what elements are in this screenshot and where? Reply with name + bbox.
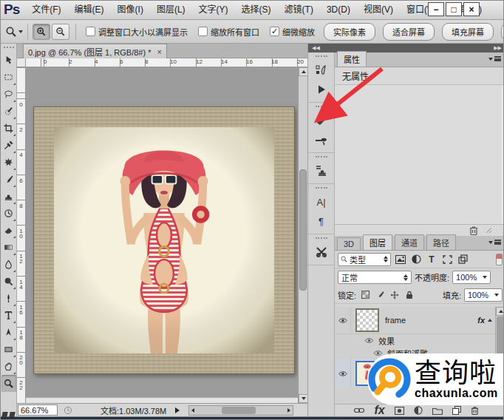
fit-screen-button[interactable]: 适合屏幕 [383, 23, 435, 41]
scrubby-zoom-option[interactable]: ✓ 细微缩放 [270, 26, 315, 38]
lock-all-icon[interactable] [403, 289, 415, 301]
toolbar-clipped-swatches[interactable] [2, 412, 16, 419]
horizontal-scrollbar[interactable] [188, 405, 293, 416]
dock-group-grip[interactable] [316, 106, 327, 109]
history-brush-tool[interactable] [1, 205, 16, 222]
zoom-all-windows-option[interactable]: 缩放所有窗口 [198, 26, 259, 38]
quick-selection-tool[interactable] [1, 103, 16, 120]
new-group-icon[interactable] [432, 405, 443, 416]
layer-filter-toggle[interactable] [496, 254, 503, 265]
close-button[interactable]: × [463, 2, 480, 16]
effects-row[interactable]: 效果 [335, 334, 495, 347]
tab-properties[interactable]: 属性 [337, 51, 367, 67]
fill-screen-button[interactable]: 填充屏幕 [442, 23, 494, 41]
collapse-effects-icon[interactable] [488, 319, 492, 322]
resize-windows-option[interactable]: 调整窗口大小以满屏显示 [86, 26, 188, 38]
type-tool[interactable] [1, 307, 16, 324]
fill-input[interactable]: 100% [464, 288, 503, 302]
character-panel-icon[interactable]: A| [311, 192, 332, 211]
clone-stamp-tool[interactable] [1, 188, 16, 205]
blend-mode-select[interactable]: 正常 [338, 271, 412, 284]
current-tool-zoom[interactable] [5, 26, 23, 38]
menu-view[interactable]: 视图(V) [357, 1, 400, 19]
zoom-all-windows-checkbox[interactable] [198, 27, 208, 36]
scroll-left-arrow[interactable] [191, 408, 194, 413]
layer-row-frame[interactable]: frame fx [335, 307, 495, 334]
resize-grip-icon[interactable] [486, 227, 492, 234]
path-selection-tool[interactable] [1, 324, 16, 341]
resize-windows-checkbox[interactable] [86, 27, 95, 36]
dock-group-grip[interactable] [316, 187, 327, 191]
minimize-button[interactable]: − [428, 2, 444, 16]
add-layer-style-icon[interactable]: fx [374, 405, 384, 416]
filter-type-layers-icon[interactable]: T [426, 254, 437, 265]
tab-layers[interactable]: 图层 [363, 234, 392, 250]
brush-presets-panel-icon[interactable] [311, 61, 332, 80]
document-tab-close-icon[interactable]: × [157, 47, 161, 56]
zoom-in-button[interactable] [33, 24, 50, 40]
menu-edit[interactable]: 编辑(E) [68, 1, 111, 19]
expand-panels-icon[interactable]: ◀◀ [312, 45, 320, 51]
new-adjustment-layer-icon[interactable] [414, 405, 423, 416]
tool-dropdown-arrow[interactable] [18, 30, 23, 33]
properties-panel-menu-icon[interactable] [488, 56, 501, 61]
dock-group-grip[interactable] [316, 156, 327, 160]
gradient-tool[interactable] [1, 239, 16, 256]
scroll-up-arrow[interactable] [496, 307, 504, 316]
vertical-scrollbar[interactable] [298, 67, 307, 403]
add-layer-mask-icon[interactable] [395, 405, 404, 416]
marquee-tool[interactable] [1, 69, 16, 86]
scrubby-zoom-checkbox[interactable]: ✓ [270, 27, 279, 36]
actual-pixels-button[interactable]: 实际像素 [324, 23, 375, 41]
document-frame-layer[interactable] [33, 106, 295, 374]
dock-group-grip[interactable] [316, 55, 327, 59]
status-popup-arrow[interactable] [175, 407, 180, 413]
visibility-cell[interactable] [335, 359, 351, 387]
healing-brush-tool[interactable] [1, 154, 16, 171]
zoom-level-field[interactable]: 66.67% [18, 404, 58, 416]
menu-layer[interactable]: 图层(L) [150, 1, 192, 19]
tools-panel-grip[interactable] [4, 47, 14, 52]
tab-channels[interactable]: 通道 [395, 234, 424, 250]
filter-type-select[interactable]: 类型 [338, 253, 391, 266]
horizontal-scroll-thumb[interactable] [222, 407, 256, 414]
filter-smart-objects-icon[interactable] [457, 254, 469, 265]
scroll-right-arrow[interactable] [287, 408, 290, 413]
lock-pixels-icon[interactable] [374, 289, 386, 301]
layers-panel-menu-icon[interactable] [488, 240, 501, 245]
dock-group-grip[interactable] [316, 237, 327, 241]
zoom-tool[interactable] [1, 375, 16, 392]
tab-3d[interactable]: 3D [337, 237, 361, 250]
hand-tool[interactable] [1, 358, 16, 375]
layer-name[interactable]: frame [385, 316, 406, 325]
horizontal-scrollbar-track[interactable] [26, 397, 298, 403]
move-tool[interactable] [1, 52, 16, 69]
menu-type[interactable]: 文字(Y) [192, 1, 235, 19]
menu-image[interactable]: 图像(I) [111, 1, 150, 19]
delete-layer-icon[interactable] [471, 405, 479, 416]
layer-thumbnail-frame[interactable] [355, 308, 379, 332]
swatches-panel-icon[interactable] [311, 111, 332, 130]
dropdown-arrow-icon[interactable] [494, 294, 499, 297]
maximize-button[interactable]: □ [446, 2, 462, 16]
vertical-scroll-thumb[interactable] [299, 169, 307, 291]
brush-tool[interactable] [1, 171, 16, 188]
tab-paths[interactable]: 路径 [426, 234, 456, 250]
filter-adjustment-layers-icon[interactable] [410, 254, 422, 265]
visibility-cell[interactable] [335, 307, 351, 333]
lock-transparency-icon[interactable] [359, 289, 371, 301]
trash-icon[interactable] [469, 226, 478, 235]
eraser-tool[interactable] [1, 222, 16, 239]
tool-presets-panel-icon[interactable] [311, 243, 332, 262]
crop-tool[interactable] [1, 120, 16, 137]
document-tab[interactable]: 0.jpg @ 66.7% (图层 1, RGB/8#) * × [23, 44, 167, 58]
new-layer-icon[interactable] [452, 405, 461, 416]
dodge-tool[interactable] [1, 273, 16, 290]
layer-fx-badge[interactable]: fx [477, 316, 485, 325]
filter-pixel-layers-icon[interactable] [395, 254, 406, 265]
eyedropper-tool[interactable] [1, 137, 16, 154]
menu-file[interactable]: 文件(F) [25, 1, 67, 19]
lasso-tool[interactable] [1, 86, 16, 103]
lock-position-icon[interactable] [389, 289, 401, 301]
dropdown-arrow-icon[interactable] [483, 276, 487, 279]
